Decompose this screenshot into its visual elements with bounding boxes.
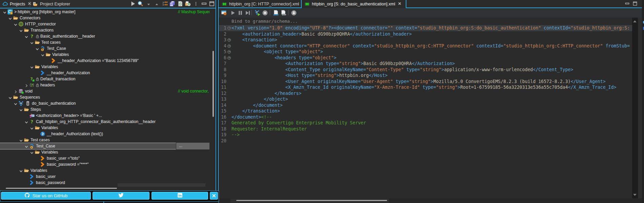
- code-line-14: 14 </document>: [219, 102, 632, 108]
- tree-row-__header_authorization[interactable]: __header_Authorization: [0, 70, 209, 76]
- export-json-icon[interactable]: JSON: [280, 10, 286, 16]
- tree-row-http_connector[interactable]: HTTP_connector: [0, 21, 209, 27]
- chevron-expanded-icon[interactable]: [14, 101, 18, 105]
- chevron-expanded-icon[interactable]: [30, 40, 34, 44]
- tree-row-call_httpbin_org_http_connector_ba[interactable]: ?Call_httpbin_org_HTTP_connector_Basic_a…: [0, 119, 209, 125]
- editor-horizontal-scrollbar[interactable]: [236, 200, 387, 201]
- tree-row-steps[interactable]: Steps: [0, 106, 209, 113]
- fold-marker-icon[interactable]: [226, 49, 232, 55]
- view-menu-icon[interactable]: [194, 1, 198, 7]
- chevron-expanded-icon[interactable]: [24, 120, 28, 124]
- editor-tab-1[interactable]: httpbin_org [C: HTTP_connector].xml: [219, 0, 304, 8]
- chevron-expanded-icon[interactable]: [19, 28, 23, 32]
- scroll-down-arrow[interactable]: [633, 194, 637, 196]
- link-with-editor-icon[interactable]: [162, 1, 168, 7]
- tree-row-__header_authorization-text-[interactable]: __header_Authorization (text()): [0, 131, 209, 137]
- chevron-expanded-icon[interactable]: [30, 126, 34, 130]
- minimize-icon[interactable]: [201, 1, 207, 7]
- close-banner-button[interactable]: ✕: [210, 192, 218, 200]
- tree-row-variables[interactable]: Variables: [0, 64, 209, 70]
- play-icon[interactable]: [230, 10, 236, 16]
- fold-gutter: [226, 79, 232, 85]
- tree-row-variables[interactable]: Variables: [0, 149, 209, 155]
- view-tab-projects[interactable]: Projects✕: [0, 0, 32, 8]
- fold-marker-icon[interactable]: [226, 55, 232, 61]
- fold-marker-icon[interactable]: [226, 43, 232, 49]
- chevron-expanded-icon[interactable]: [3, 10, 7, 14]
- tree-row-test_case[interactable]: ...Test_Case: [0, 143, 209, 149]
- view-tab-project-explorer[interactable]: Project Explorer: [30, 0, 81, 8]
- fold-gutter: [226, 138, 232, 144]
- chevron-expanded-icon[interactable]: [8, 16, 12, 20]
- save-all-icon[interactable]: [169, 1, 175, 7]
- linkedin-button[interactable]: in: [152, 192, 208, 200]
- tree-row-connectors[interactable]: Connectors: [0, 15, 209, 21]
- refresh-icon[interactable]: [177, 1, 183, 7]
- fold-gutter: [226, 90, 232, 97]
- run-sequence-icon[interactable]: [255, 10, 261, 16]
- chevron-expanded-icon[interactable]: [41, 53, 45, 57]
- download-icon[interactable]: [291, 10, 297, 16]
- chevron-expanded-icon[interactable]: [14, 22, 18, 26]
- dropdown-icon[interactable]: [146, 1, 151, 7]
- tree-node-label: Basic_authentication__header: [40, 34, 95, 39]
- tree-row-void[interactable]: void// void connector,: [0, 88, 209, 94]
- import-icon[interactable]: [185, 1, 191, 7]
- chevron-expanded-icon[interactable]: [30, 65, 34, 69]
- run-icon[interactable]: [130, 1, 136, 7]
- chevron-expanded-icon[interactable]: [8, 95, 12, 99]
- xml-source[interactable]: 1<?xml version="1.0" encoding="UTF-8"?><…: [219, 25, 632, 146]
- close-tab-icon[interactable]: ✕: [398, 1, 403, 7]
- chevron-expanded-icon[interactable]: [24, 34, 28, 38]
- tree-row-test-cases[interactable]: Test cases: [0, 39, 209, 45]
- pause-icon[interactable]: [237, 10, 243, 16]
- search-icon[interactable]: [137, 1, 143, 7]
- tree-row-__header_authorization-basic-12345[interactable]: __header_Authorization ="Basic 123456789…: [0, 58, 209, 64]
- minimize-icon[interactable]: [625, 1, 630, 6]
- chevron-collapsed-icon[interactable]: [24, 83, 28, 87]
- tree-node-comment: // void connector,: [178, 89, 209, 94]
- tree-row-transactions[interactable]: Transactions: [0, 27, 209, 33]
- folder-icon: [24, 27, 29, 33]
- collapse-all-icon[interactable]: [155, 1, 159, 7]
- tree-horizontal-scrollbar[interactable]: [6, 188, 117, 189]
- tree-row-test-cases[interactable]: Test cases: [0, 137, 209, 143]
- chevron-expanded-icon[interactable]: [30, 150, 34, 154]
- chevron-expanded-icon[interactable]: [19, 107, 23, 111]
- tree-row-do_basic_authentication[interactable]: do_basic_authentication: [0, 100, 209, 106]
- tree-row-variables[interactable]: Variables: [0, 125, 209, 131]
- tree-row-sequences[interactable]: Sequences: [0, 94, 209, 100]
- step-by-step-icon[interactable]: [245, 10, 251, 16]
- chevron-collapsed-icon[interactable]: [14, 89, 18, 93]
- tree-vertical-scrollbar[interactable]: [213, 51, 214, 117]
- chevron-expanded-icon[interactable]: [19, 138, 23, 142]
- stop-icon[interactable]: [262, 10, 268, 16]
- tree-row-basic_user[interactable]: basic_user: [0, 174, 209, 180]
- chevron-expanded-icon[interactable]: [19, 168, 23, 172]
- tree-row-variables[interactable]: Variables: [0, 167, 209, 174]
- tree-row-default_transaction[interactable]: ?Default_transaction: [0, 76, 209, 82]
- editor-tab-2[interactable]: httpbin_org [S: do_basic_authentication]…: [302, 0, 408, 8]
- chevron-expanded-icon[interactable]: [24, 144, 28, 148]
- folder-icon: [24, 168, 29, 173]
- tree-row-variables[interactable]: Variables: [0, 52, 209, 58]
- scroll-up-arrow[interactable]: [633, 20, 637, 22]
- tree-row--httpbin_org-httpbin_org-master-[interactable]: > httpbin_org [httpbin_org master]// Mas…: [0, 9, 209, 15]
- tree-row-basic_authentication__header[interactable]: ?Basic_authentication__header: [0, 33, 209, 39]
- engine-icon[interactable]: [221, 10, 227, 16]
- fold-marker-icon[interactable]: [226, 25, 232, 31]
- chevron-expanded-icon[interactable]: [35, 46, 39, 50]
- tree-row--authorization_header-basic-[interactable]: <authorization_header> ='Basic ' +...: [0, 113, 209, 119]
- maximize-icon[interactable]: [632, 1, 638, 6]
- tree-row-test_case[interactable]: Test_Case: [0, 45, 209, 52]
- tree-row-basic_user-toto-[interactable]: basic_user ="toto": [0, 155, 209, 161]
- export-xml-icon[interactable]: xml: [273, 10, 279, 16]
- maximize-icon[interactable]: [209, 1, 215, 7]
- fold-marker-icon[interactable]: [226, 37, 232, 43]
- tree-row-headers[interactable]: ?headers: [0, 82, 209, 88]
- row-edit-button[interactable]: ...: [176, 143, 209, 149]
- github-button[interactable]: Star us on GitHub: [1, 192, 91, 200]
- tree-row-basic_password-[interactable]: basic_password ="****": [0, 161, 209, 167]
- twitter-button[interactable]: [93, 192, 149, 200]
- editor-vscroll-track[interactable]: [632, 18, 638, 198]
